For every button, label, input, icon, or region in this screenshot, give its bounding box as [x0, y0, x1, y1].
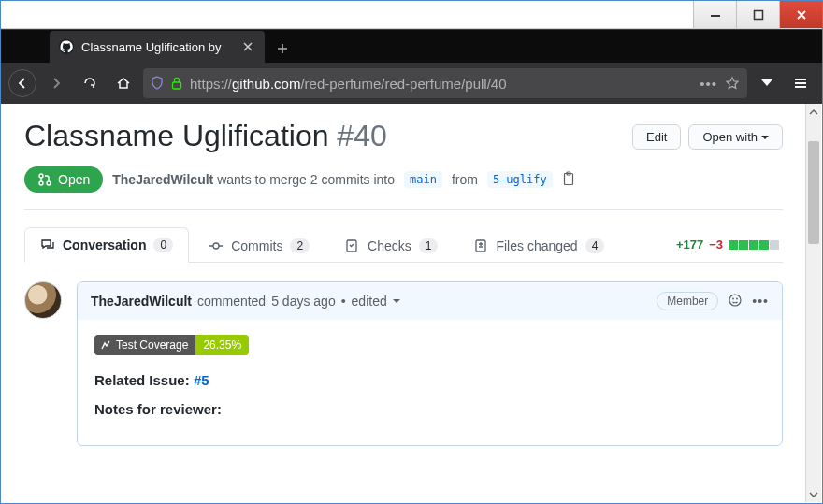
commits-count: 2: [290, 238, 310, 253]
clipboard-icon: [562, 171, 575, 186]
hamburger-icon: [793, 76, 808, 91]
vertical-scrollbar[interactable]: [805, 104, 821, 502]
pr-number: #40: [337, 119, 386, 152]
svg-rect-1: [754, 10, 762, 19]
svg-rect-0: [711, 15, 720, 17]
comment-author[interactable]: TheJaredWilcult: [91, 294, 192, 309]
open-with-button[interactable]: Open with: [688, 124, 783, 150]
address-bar[interactable]: https://github.com/red-perfume/red-perfu…: [143, 68, 747, 98]
git-commit-icon: [209, 238, 224, 253]
arrow-right-icon: [49, 76, 64, 91]
back-button[interactable]: [8, 69, 36, 97]
merge-description: wants to merge 2 commits into: [217, 172, 395, 187]
tab-commits[interactable]: Commits 2: [193, 228, 325, 263]
related-issue: Related Issue: #5: [94, 372, 765, 388]
forward-button[interactable]: [42, 69, 70, 97]
tab-files-changed[interactable]: Files changed 4: [457, 228, 620, 263]
base-branch[interactable]: main: [404, 171, 442, 188]
pr-title: Classname Uglification #40: [24, 119, 387, 153]
notes-header: Notes for reviewer:: [94, 401, 765, 417]
comment-time[interactable]: 5 days ago: [271, 294, 336, 309]
issue-link[interactable]: #5: [194, 372, 209, 388]
add-reaction-button[interactable]: [728, 293, 743, 310]
pr-state-badge: Open: [24, 166, 103, 193]
scroll-down-button[interactable]: [806, 486, 821, 502]
head-branch[interactable]: 5-uglify: [487, 171, 553, 188]
download-chevron-icon: [758, 75, 775, 92]
close-icon: [242, 41, 253, 52]
browser-tab[interactable]: Classname Uglification by: [50, 31, 265, 63]
tab-checks[interactable]: Checks 1: [329, 228, 454, 263]
page-actions-icon[interactable]: •••: [700, 76, 717, 92]
chevron-down-icon: [761, 136, 769, 143]
avatar[interactable]: [24, 281, 62, 319]
home-icon: [116, 76, 131, 91]
window-maximize-button[interactable]: [736, 1, 779, 28]
plus-icon: [276, 42, 289, 55]
url-text: https://github.com/red-perfume/red-perfu…: [190, 76, 692, 92]
window-titlebar: [1, 1, 822, 29]
edit-button[interactable]: Edit: [632, 124, 681, 150]
svg-point-4: [39, 174, 43, 178]
new-tab-button[interactable]: [268, 35, 296, 63]
coverage-badge[interactable]: Test Coverage 26.35%: [94, 335, 249, 355]
checks-count: 1: [419, 238, 439, 253]
from-label: from: [452, 172, 478, 187]
pr-tabs: Conversation 0 Commits 2 Checks 1 Files …: [24, 227, 783, 263]
comment-header: TheJaredWilcult commented 5 days ago • e…: [78, 282, 782, 320]
additions: +177: [676, 238, 703, 252]
home-button[interactable]: [109, 69, 137, 97]
conversation-count: 0: [153, 238, 173, 252]
reload-button[interactable]: [76, 69, 104, 97]
github-favicon-icon: [59, 39, 74, 54]
comment-box: TheJaredWilcult commented 5 days ago • e…: [77, 281, 783, 446]
chevron-up-icon: [809, 108, 818, 117]
window-minimize-button[interactable]: [693, 1, 736, 28]
svg-point-9: [213, 243, 219, 249]
lock-icon: [171, 77, 182, 90]
diff-stat[interactable]: +177 −3: [676, 238, 783, 252]
maximize-icon: [753, 9, 764, 21]
app-menu-button[interactable]: [787, 69, 815, 97]
comment-body: Test Coverage 26.35% Related Issue: #5 N…: [78, 320, 782, 445]
pr-author[interactable]: TheJaredWilcult: [112, 172, 213, 187]
pr-meta: Open TheJaredWilcult wants to merge 2 co…: [24, 166, 783, 210]
scroll-up-button[interactable]: [806, 104, 821, 120]
file-diff-icon: [473, 238, 488, 253]
shield-icon: [151, 76, 164, 91]
diff-blocks-icon: [729, 240, 779, 250]
browser-tabstrip: Classname Uglification by: [1, 29, 822, 63]
browser-toolbar: https://github.com/red-perfume/red-perfu…: [1, 63, 822, 104]
svg-point-14: [736, 297, 738, 299]
svg-point-13: [732, 297, 734, 299]
checklist-icon: [345, 238, 360, 253]
downloads-button[interactable]: [753, 69, 781, 97]
git-pull-request-icon: [37, 172, 52, 187]
chevron-down-icon: [393, 299, 400, 307]
close-icon: [796, 9, 807, 21]
arrow-left-icon: [15, 76, 30, 91]
comment-discussion-icon: [40, 238, 55, 252]
svg-point-12: [729, 295, 741, 306]
role-badge: Member: [657, 292, 718, 310]
svg-rect-3: [173, 82, 181, 89]
deletions: −3: [709, 238, 723, 252]
minimize-icon: [710, 9, 721, 21]
tab-conversation[interactable]: Conversation 0: [24, 227, 189, 263]
chevron-down-icon: [809, 490, 818, 499]
copy-branch-button[interactable]: [562, 171, 575, 189]
files-count: 4: [585, 238, 605, 253]
svg-point-6: [47, 181, 51, 185]
reload-icon: [82, 76, 97, 91]
bookmark-star-icon[interactable]: [725, 76, 740, 91]
kebab-menu[interactable]: •••: [752, 294, 769, 309]
svg-point-5: [39, 181, 43, 185]
browser-tab-title: Classname Uglification by: [81, 40, 233, 54]
scroll-thumb[interactable]: [808, 141, 819, 244]
window-close-button[interactable]: [779, 1, 822, 28]
page-viewport: Classname Uglification #40 Edit Open wit…: [2, 104, 805, 502]
tab-close-button[interactable]: [240, 39, 255, 54]
edited-label[interactable]: edited: [352, 294, 387, 309]
coveralls-icon: [100, 339, 111, 351]
smiley-icon: [728, 293, 743, 308]
